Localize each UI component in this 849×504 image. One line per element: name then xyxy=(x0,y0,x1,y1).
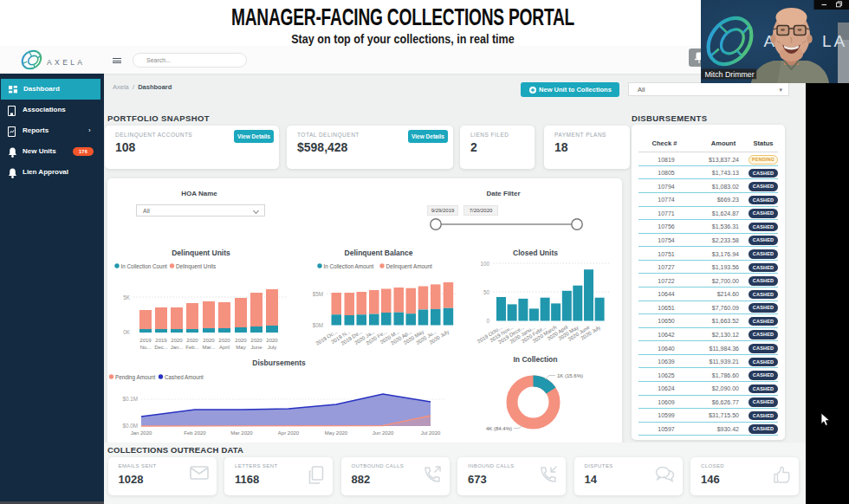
svg-text:Delinquent Units: Delinquent Units xyxy=(172,249,230,257)
svg-text:2019: 2019 xyxy=(155,338,167,343)
svg-text:Delinquent Amount: Delinquent Amount xyxy=(386,263,432,270)
svg-text:2019: 2019 xyxy=(139,338,152,343)
svg-text:Dec...: Dec... xyxy=(154,345,168,350)
svg-text:5K: 5K xyxy=(123,294,131,300)
svg-text:Jul 2020: Jul 2020 xyxy=(421,430,441,436)
svg-text:$0.0M: $0.0M xyxy=(122,423,138,429)
svg-text:2020: 2020 xyxy=(235,338,247,343)
svg-text:$0M: $0M xyxy=(313,322,323,328)
svg-text:2020: 2020 xyxy=(171,338,183,343)
svg-text:2020: 2020 xyxy=(203,338,215,343)
svg-text:A: A xyxy=(834,32,846,50)
svg-text:2020: 2020 xyxy=(218,338,230,343)
svg-text:Mar...: Mar... xyxy=(202,345,215,350)
svg-text:Mar 2020: Mar 2020 xyxy=(230,430,253,436)
svg-text:In Collection: In Collection xyxy=(514,355,558,364)
svg-text:May: May xyxy=(236,345,245,350)
svg-text:Jan 2020: Jan 2020 xyxy=(131,430,152,436)
svg-text:May 2020: May 2020 xyxy=(325,430,348,436)
svg-text:1K (15.6%): 1K (15.6%) xyxy=(557,373,583,378)
svg-text:Disbursements: Disbursements xyxy=(252,359,306,367)
svg-text:0: 0 xyxy=(486,318,489,324)
svg-text:Delinquent Balance: Delinquent Balance xyxy=(345,249,413,257)
svg-text:July: July xyxy=(268,345,277,350)
svg-text:Feb...: Feb... xyxy=(185,345,199,350)
svg-text:L: L xyxy=(822,32,832,50)
svg-text:$5M: $5M xyxy=(313,291,323,297)
svg-text:$0.1M: $0.1M xyxy=(122,396,138,402)
svg-text:0K: 0K xyxy=(123,329,131,335)
svg-text:4K (84.4%): 4K (84.4%) xyxy=(486,426,512,431)
svg-text:Feb 2020: Feb 2020 xyxy=(184,430,206,436)
svg-text:Pending Amount: Pending Amount xyxy=(115,374,155,381)
svg-text:100: 100 xyxy=(480,261,489,267)
svg-text:Closed Units: Closed Units xyxy=(513,249,558,257)
svg-text:Jun 2020: Jun 2020 xyxy=(373,430,394,436)
svg-text:June: June xyxy=(250,345,262,350)
svg-text:Cashed Amount: Cashed Amount xyxy=(165,374,204,380)
svg-text:Apr 2020: Apr 2020 xyxy=(278,430,300,436)
svg-text:2020: 2020 xyxy=(266,338,278,343)
svg-text:Mitch Drimmer: Mitch Drimmer xyxy=(705,70,755,79)
svg-text:2020: 2020 xyxy=(186,338,198,343)
svg-text:In Collection Amount: In Collection Amount xyxy=(324,263,374,269)
svg-text:Delinquent Units: Delinquent Units xyxy=(176,263,216,270)
svg-text:In Collection Count: In Collection Count xyxy=(121,263,167,269)
svg-text:Jan...: Jan... xyxy=(171,345,184,350)
svg-text:50: 50 xyxy=(483,289,490,295)
svg-text:2020: 2020 xyxy=(250,338,262,343)
svg-text:No...: No... xyxy=(140,345,152,350)
svg-text:April: April xyxy=(219,345,230,350)
